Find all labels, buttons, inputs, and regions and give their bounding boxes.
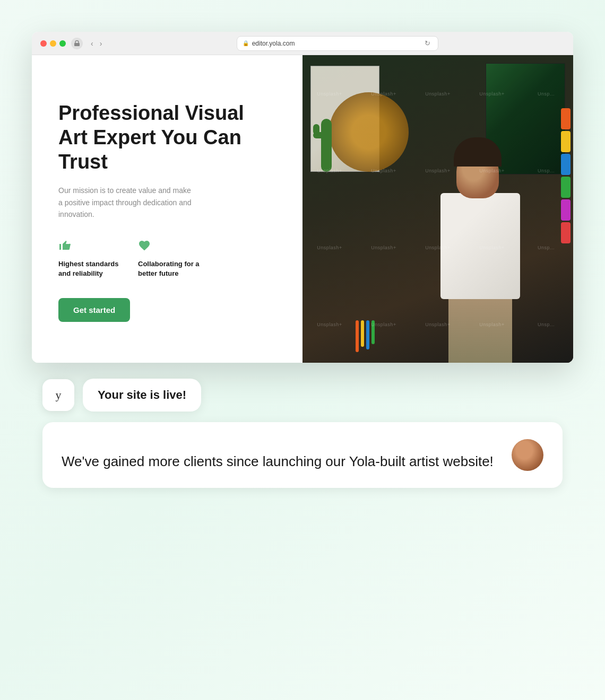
feature-label-2: Collaborating for a better future — [138, 259, 202, 278]
traffic-lights — [40, 40, 66, 47]
paint-brushes — [356, 320, 375, 352]
testimonial-bubble: We've gained more clients since launchin… — [42, 422, 563, 488]
nav-buttons: ‹ › — [88, 38, 105, 49]
url-text: editor.yola.com — [252, 40, 295, 47]
reload-button[interactable]: ↻ — [422, 39, 433, 47]
browser-titlebar: ‹ › 🔒 editor.yola.com ↻ — [32, 32, 573, 55]
hero-section: Professional Visual Art Expert You Can T… — [32, 55, 302, 363]
cactus-trunk — [321, 119, 332, 172]
close-dot[interactable] — [40, 40, 47, 47]
privacy-icon — [71, 38, 83, 49]
notification-text: Your site is live! — [98, 388, 186, 401]
minimize-dot[interactable] — [50, 40, 56, 47]
paint-tubes — [561, 108, 571, 243]
features-row: Highest standards and reliability Collab… — [58, 239, 276, 278]
person-silhouette — [427, 140, 533, 363]
forward-button[interactable]: › — [97, 38, 105, 49]
heart-icon — [138, 239, 202, 255]
user-avatar — [512, 439, 543, 471]
address-bar[interactable]: 🔒 editor.yola.com ↻ — [237, 36, 438, 51]
hero-image: Unsplash+ Unsplash+ Unsplash+ Unsplash+ … — [302, 55, 573, 363]
hero-subtitle: Our mission is to create value and make … — [58, 185, 196, 220]
notification-bubble: Your site is live! — [83, 379, 201, 412]
feature-item-1: Highest standards and reliability — [58, 239, 122, 278]
svg-rect-0 — [74, 43, 80, 46]
get-started-button[interactable]: Get started — [58, 298, 130, 322]
chat-section: y Your site is live! We've gained more c… — [32, 363, 573, 498]
back-button[interactable]: ‹ — [88, 38, 96, 49]
yola-avatar: y — [42, 379, 74, 411]
browser-window: ‹ › 🔒 editor.yola.com ↻ Professional Vis… — [32, 32, 573, 363]
notification-row: y Your site is live! — [42, 379, 563, 412]
avatar-face — [512, 439, 543, 471]
feature-label-1: Highest standards and reliability — [58, 259, 122, 278]
feature-item-2: Collaborating for a better future — [138, 239, 202, 278]
photo-bg: Unsplash+ Unsplash+ Unsplash+ Unsplash+ … — [302, 55, 573, 363]
hero-title: Professional Visual Art Expert You Can T… — [58, 101, 276, 174]
maximize-dot[interactable] — [59, 40, 66, 47]
thumbs-up-icon — [58, 239, 122, 255]
page-wrapper: ‹ › 🔒 editor.yola.com ↻ Professional Vis… — [0, 0, 605, 700]
circular-art — [329, 92, 409, 172]
testimonial-text: We've gained more clients since launchin… — [62, 452, 501, 471]
website-content: Professional Visual Art Expert You Can T… — [32, 55, 573, 363]
cactus-arm-left-up — [313, 124, 319, 135]
lock-icon: 🔒 — [243, 40, 249, 46]
